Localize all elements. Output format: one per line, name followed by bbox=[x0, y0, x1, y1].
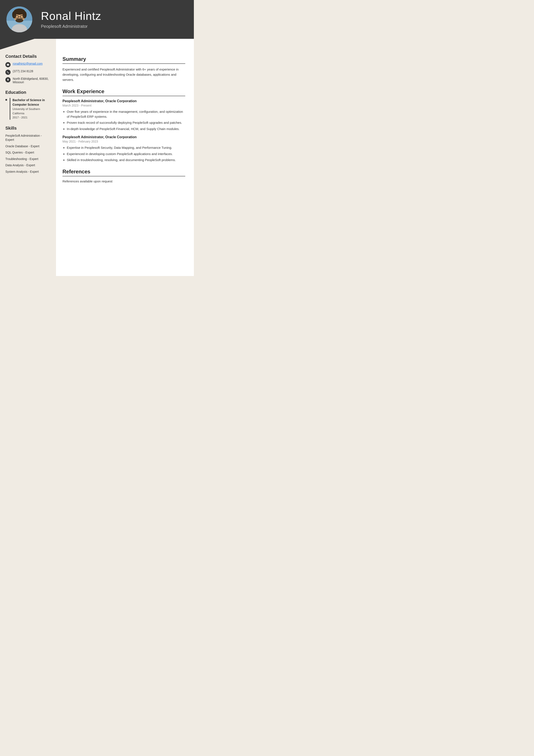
sidebar: Contact Details ronalhintz@gmail.com (37… bbox=[0, 50, 56, 276]
triangle-decoration bbox=[0, 39, 35, 50]
summary-section: Summary Experienced and certified People… bbox=[63, 56, 185, 82]
svg-point-7 bbox=[15, 18, 23, 22]
avatar bbox=[7, 7, 32, 32]
location-icon bbox=[5, 77, 11, 82]
edu-content: Bachelor of Science in Computer Science … bbox=[10, 98, 51, 120]
svg-point-5 bbox=[12, 11, 16, 18]
candidate-title: Peoplesoft Administrator bbox=[41, 24, 101, 29]
contact-email-item: ronalhintz@gmail.com bbox=[5, 62, 51, 67]
header-text: Ronal Hintz Peoplesoft Administrator bbox=[41, 10, 101, 29]
edu-school: University of Southern California bbox=[13, 107, 51, 115]
edu-years: 2017 - 2021 bbox=[13, 115, 51, 120]
candidate-name: Ronal Hintz bbox=[41, 10, 101, 22]
job-1-date: March 2023 - Present bbox=[63, 104, 185, 107]
skill-item-3: SQL Queries - Expert bbox=[5, 150, 51, 155]
job-2-title: Peoplesoft Administrator, Oracle Corpora… bbox=[63, 135, 185, 139]
contact-phone-item: (377) 234 8128 bbox=[5, 69, 51, 75]
email-icon bbox=[5, 62, 11, 67]
svg-point-6 bbox=[22, 11, 27, 18]
header: Ronal Hintz Peoplesoft Administrator bbox=[0, 0, 194, 39]
references-section: References References available upon req… bbox=[63, 169, 185, 183]
job-2-bullet-1: Expertise in Peoplesoft Security, Data M… bbox=[67, 145, 185, 150]
education-item: Bachelor of Science in Computer Science … bbox=[5, 98, 51, 120]
education-section-title: Education bbox=[5, 90, 51, 95]
job-2-bullet-2: Experienced in developing custom PeopleS… bbox=[67, 151, 185, 156]
skill-item-2: Oracle Database - Expert bbox=[5, 144, 51, 148]
job-1: Peoplesoft Administrator, Oracle Corpora… bbox=[63, 99, 185, 131]
contact-section-title: Contact Details bbox=[5, 54, 51, 59]
skills-section-title: Skills bbox=[5, 126, 51, 131]
right-content: Summary Experienced and certified People… bbox=[56, 50, 194, 276]
work-experience-section: Work Experience Peoplesoft Administrator… bbox=[63, 88, 185, 163]
edu-degree: Bachelor of Science in Computer Science bbox=[13, 98, 51, 107]
job-2-bullet-3: Skilled in troubleshooting, resolving, a… bbox=[67, 158, 185, 163]
phone-value: (377) 234 8128 bbox=[13, 69, 33, 73]
job-2: Peoplesoft Administrator, Oracle Corpora… bbox=[63, 135, 185, 163]
job-1-bullets: Over five years of experience in the man… bbox=[63, 109, 185, 131]
references-title: References bbox=[63, 169, 185, 176]
skill-item-6: System Analysis - Expert bbox=[5, 170, 51, 174]
contact-section: Contact Details ronalhintz@gmail.com (37… bbox=[5, 54, 51, 84]
skill-item-4: Troubleshooting - Expert bbox=[5, 157, 51, 161]
job-2-bullets: Expertise in Peoplesoft Security, Data M… bbox=[63, 145, 185, 163]
skill-item-5: Data Analysis - Expert bbox=[5, 163, 51, 168]
job-1-title: Peoplesoft Administrator, Oracle Corpora… bbox=[63, 99, 185, 103]
education-section: Education Bachelor of Science in Compute… bbox=[5, 90, 51, 120]
main-content: Contact Details ronalhintz@gmail.com (37… bbox=[0, 50, 194, 276]
avatar-image bbox=[7, 7, 32, 32]
job-2-date: May 2021 - February 2023 bbox=[63, 140, 185, 143]
job-1-bullet-2: Proven track record of successfully depl… bbox=[67, 120, 185, 125]
summary-text: Experienced and certified Peoplesoft Adm… bbox=[63, 67, 185, 82]
email-value[interactable]: ronalhintz@gmail.com bbox=[13, 62, 43, 65]
job-1-bullet-1: Over five years of experience in the man… bbox=[67, 109, 185, 119]
skills-section: Skills PeopleSoft Administration - Exper… bbox=[5, 126, 51, 174]
skill-item-1: PeopleSoft Administration - Expert bbox=[5, 134, 51, 142]
contact-address-item: North Eldridgeland, 60830, Missouri bbox=[5, 77, 51, 84]
phone-icon bbox=[5, 70, 11, 75]
summary-title: Summary bbox=[63, 56, 185, 64]
work-experience-title: Work Experience bbox=[63, 88, 185, 96]
address-value: North Eldridgeland, 60830, Missouri bbox=[13, 77, 51, 84]
references-text: References available upon request bbox=[63, 179, 185, 183]
edu-bullet-icon bbox=[5, 99, 7, 101]
job-1-bullet-3: In-depth knowledge of PeopleSoft Financi… bbox=[67, 126, 185, 131]
